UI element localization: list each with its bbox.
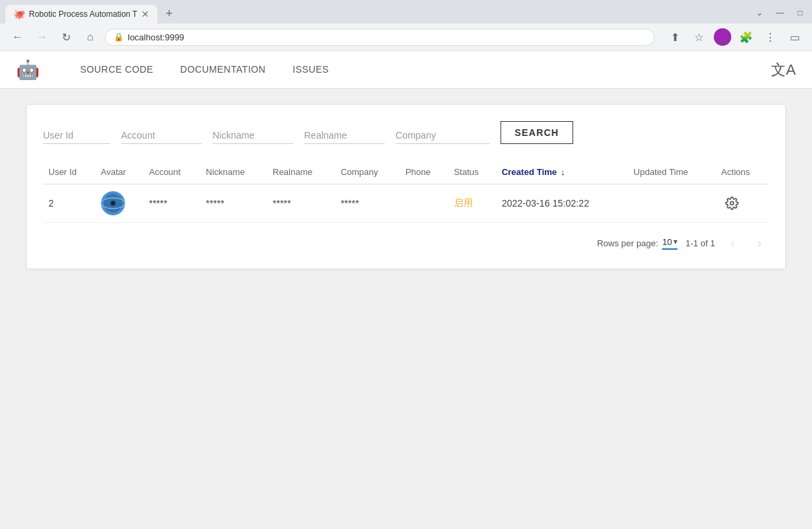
- sidebar-toggle-icon[interactable]: ▭: [785, 28, 804, 46]
- extension-icon[interactable]: 🧩: [737, 28, 755, 46]
- nav-home-button[interactable]: ⌂: [81, 28, 100, 46]
- translate-icon[interactable]: 文A: [771, 60, 796, 80]
- per-page-select[interactable]: 10 ▾: [662, 237, 677, 250]
- sort-arrow-icon: ↓: [560, 167, 565, 177]
- cell-nickname: *****: [200, 184, 267, 223]
- users-table: User Id Avatar Account Nickname Realname…: [43, 160, 769, 223]
- search-row: SEARCH: [43, 121, 769, 144]
- action-button[interactable]: [721, 192, 743, 214]
- app-header: 🤖 SOURCE CODE DOCUMENTATION ISSUES 文A: [0, 51, 812, 89]
- col-updated-time: Updated Time: [628, 160, 716, 184]
- menu-icon[interactable]: ⋮: [761, 28, 780, 46]
- window-chevron-icon[interactable]: ⌄: [752, 7, 767, 19]
- cell-user-id: 2: [43, 184, 96, 223]
- pagination-row: Rows per page: 10 ▾ 1-1 of 1 ‹ ›: [43, 234, 769, 252]
- cell-realname: *****: [267, 184, 335, 223]
- svg-point-5: [731, 202, 734, 205]
- col-phone: Phone: [400, 160, 449, 184]
- cell-updated-time: [628, 184, 716, 223]
- tab-close-button[interactable]: ✕: [141, 9, 149, 20]
- cell-phone: [400, 184, 449, 223]
- col-avatar: Avatar: [96, 160, 144, 184]
- col-nickname: Nickname: [200, 160, 267, 184]
- cell-avatar: [96, 184, 144, 223]
- col-company: Company: [335, 160, 400, 184]
- cell-status: 启用: [449, 184, 496, 223]
- col-realname: Realname: [267, 160, 335, 184]
- main-content: SEARCH User Id Avatar Account Nickname R…: [0, 89, 812, 285]
- bookmark-icon[interactable]: ☆: [690, 28, 708, 46]
- svg-point-4: [112, 202, 114, 205]
- profile-avatar[interactable]: [714, 28, 731, 46]
- company-input[interactable]: [396, 127, 490, 144]
- search-button[interactable]: SEARCH: [501, 121, 573, 144]
- rows-per-page: Rows per page: 10 ▾: [597, 237, 677, 250]
- settings-icon: [725, 197, 739, 210]
- user-id-field: [43, 127, 110, 144]
- nickname-input[interactable]: [213, 127, 293, 144]
- tab-favicon: 🐙: [13, 9, 25, 20]
- realname-input[interactable]: [304, 127, 385, 144]
- account-input[interactable]: [121, 127, 202, 144]
- tab-bar: 🐙 Robotic Process Automation T ✕ + ⌄ — □: [0, 0, 812, 24]
- browser-chrome: 🐙 Robotic Process Automation T ✕ + ⌄ — □…: [0, 0, 812, 51]
- active-tab[interactable]: 🐙 Robotic Process Automation T ✕: [5, 5, 157, 24]
- nav-issues[interactable]: ISSUES: [279, 52, 342, 88]
- col-account: Account: [143, 160, 200, 184]
- col-created-time[interactable]: Created Time ↓: [496, 160, 628, 184]
- app-nav: SOURCE CODE DOCUMENTATION ISSUES: [67, 52, 771, 87]
- nav-source-code[interactable]: SOURCE CODE: [67, 52, 167, 88]
- address-bar: ← → ↻ ⌂ 🔒 localhost:9999 ⬆ ☆ 🧩 ⋮ ▭: [0, 24, 812, 50]
- window-controls: ⌄ — □: [752, 7, 807, 22]
- app-logo: 🤖: [16, 59, 40, 81]
- status-badge: 启用: [454, 197, 473, 208]
- table-body: 2 ***** *****: [43, 184, 769, 223]
- cell-company: *****: [335, 184, 400, 223]
- rows-per-page-label: Rows per page:: [597, 238, 658, 248]
- data-card: SEARCH User Id Avatar Account Nickname R…: [27, 105, 785, 269]
- cell-account: *****: [143, 184, 200, 223]
- window-maximize-button[interactable]: □: [794, 7, 807, 19]
- col-actions: Actions: [716, 160, 769, 184]
- per-page-dropdown-icon: ▾: [673, 237, 677, 246]
- realname-field: [304, 127, 385, 144]
- nickname-field: [213, 127, 293, 144]
- next-page-button[interactable]: ›: [750, 234, 769, 252]
- avatar-image: [101, 191, 125, 215]
- company-field: [396, 127, 490, 144]
- nav-forward-button[interactable]: →: [32, 28, 51, 46]
- nav-documentation[interactable]: DOCUMENTATION: [167, 52, 279, 88]
- lock-icon: 🔒: [114, 32, 124, 42]
- cell-actions: [716, 184, 769, 223]
- per-page-value: 10: [662, 237, 671, 247]
- table-header: User Id Avatar Account Nickname Realname…: [43, 160, 769, 184]
- url-bar[interactable]: 🔒 localhost:9999: [105, 29, 655, 46]
- window-minimize-button[interactable]: —: [772, 7, 788, 19]
- user-id-input[interactable]: [43, 127, 110, 144]
- new-tab-button[interactable]: +: [160, 4, 178, 24]
- nav-back-button[interactable]: ←: [8, 28, 27, 46]
- cell-created-time: 2022-03-16 15:02:22: [496, 184, 628, 223]
- toolbar-icons: ⬆ ☆ 🧩 ⋮ ▭: [665, 28, 804, 46]
- page-info: 1-1 of 1: [686, 238, 715, 248]
- prev-page-button[interactable]: ‹: [723, 234, 742, 252]
- url-text: localhost:9999: [128, 32, 646, 42]
- account-field: [121, 127, 202, 144]
- table-row: 2 ***** *****: [43, 184, 769, 223]
- col-user-id: User Id: [43, 160, 96, 184]
- robot-icon: 🤖: [16, 59, 40, 81]
- tab-title: Robotic Process Automation T: [29, 9, 137, 19]
- nav-refresh-button[interactable]: ↻: [57, 28, 75, 46]
- col-status: Status: [449, 160, 496, 184]
- share-icon[interactable]: ⬆: [665, 28, 684, 46]
